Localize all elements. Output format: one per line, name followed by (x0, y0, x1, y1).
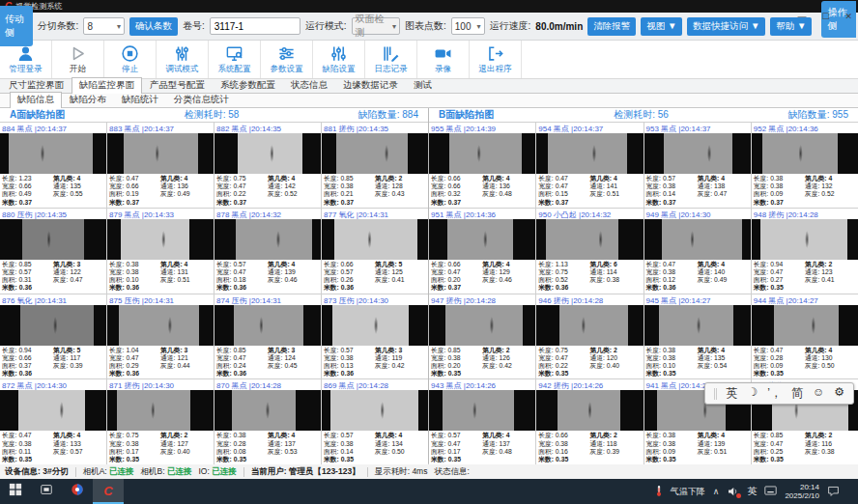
ime-item-2[interactable]: ’， (767, 385, 782, 402)
defect-cell[interactable]: 944 黑点 |20:14:27 长度: 0.47 宽度: 0.28 面积: 0… (752, 294, 858, 379)
defect-thumbnail[interactable] (107, 305, 214, 346)
tray-expand-chevron-icon[interactable]: ∧ (713, 487, 720, 496)
sub-tab-3[interactable]: 分类信息统计 (166, 92, 237, 107)
defect-cell[interactable]: 884 黑点 |20:14:37 长度: 1.23 宽度: 0.66 面积: 0… (0, 123, 106, 208)
slit-count-select[interactable]: 8 (83, 17, 125, 35)
defect-cell[interactable]: 879 黑点 |20:14:33 长度: 0.38 宽度: 0.38 面积: 0… (107, 209, 214, 294)
defect-thumbnail[interactable] (752, 219, 858, 260)
defect-cell[interactable]: 948 搓伤 |20:14:28 长度: 0.94 宽度: 0.47 面积: 0… (752, 209, 858, 294)
sub-tab-2[interactable]: 缺陷统计 (114, 92, 166, 107)
defect-thumbnail[interactable] (214, 133, 321, 174)
defect-thumbnail[interactable] (0, 305, 106, 346)
defect-cell[interactable]: 874 压伤 |20:14:31 长度: 0.85 宽度: 0.47 面积: 0… (214, 294, 321, 379)
defect-cell[interactable]: 875 压伤 |20:14:31 长度: 1.04 宽度: 0.47 面积: 0… (107, 294, 214, 379)
defect-settings-button[interactable]: 缺陷设置 (313, 41, 365, 78)
defect-thumbnail[interactable] (429, 305, 535, 346)
defect-thumbnail[interactable] (644, 305, 751, 346)
defect-cell[interactable]: 871 搓伤 |20:14:30 长度: 0.75 宽度: 0.38 面积: 0… (107, 379, 214, 464)
sub-tab-1[interactable]: 缺陷分布 (62, 92, 114, 107)
defect-cell[interactable]: 870 黑点 |20:14:28 长度: 0.38 宽度: 0.28 面积: 0… (214, 379, 321, 464)
main-tab-2[interactable]: 产品型号配置 (142, 77, 213, 93)
log-record-button[interactable]: 日志记录 (365, 41, 417, 78)
defect-thumbnail[interactable] (536, 305, 643, 346)
defect-cell[interactable]: 954 黑点 |20:14:37 长度: 0.47 宽度: 0.47 面积: 0… (536, 123, 643, 208)
defect-cell[interactable]: 943 黑点 |20:14:26 长度: 0.57 宽度: 0.47 面积: 0… (429, 379, 535, 464)
defect-thumbnail[interactable] (214, 390, 321, 431)
defect-thumbnail[interactable] (322, 219, 428, 260)
confirm-count-button[interactable]: 确认条数 (129, 17, 178, 36)
main-tab-4[interactable]: 状态信息 (283, 77, 335, 93)
defect-thumbnail[interactable] (536, 219, 643, 260)
defect-thumbnail[interactable] (429, 133, 535, 174)
taskbar-clock[interactable]: 20:14 2025/2/10 (785, 483, 819, 500)
debug-mode-button[interactable]: 调试模式 (157, 41, 209, 78)
task-view-button[interactable] (31, 479, 62, 504)
drive-side-button[interactable]: 传动侧 (0, 6, 33, 46)
ime-language-indicator[interactable]: 英 (747, 485, 757, 498)
defect-thumbnail[interactable] (107, 219, 214, 260)
defect-cell[interactable]: 882 黑点 |20:14:35 长度: 0.75 宽度: 0.47 面积: 0… (214, 123, 321, 208)
start-button[interactable] (0, 479, 31, 504)
defect-cell[interactable]: 883 黑点 |20:14:37 长度: 0.47 宽度: 0.66 面积: 0… (107, 123, 214, 208)
defect-cell[interactable]: 881 搓伤 |20:14:35 长度: 0.85 宽度: 0.38 面积: 0… (322, 123, 428, 208)
defect-cell[interactable]: 947 搓伤 |20:14:28 长度: 0.85 宽度: 0.38 面积: 0… (429, 294, 535, 379)
defect-thumbnail[interactable] (752, 133, 858, 174)
defect-thumbnail[interactable] (536, 390, 643, 431)
ime-drag-handle[interactable] (714, 388, 717, 400)
main-tab-3[interactable]: 系统参数配置 (213, 77, 283, 93)
defect-thumbnail[interactable] (107, 390, 214, 431)
defect-thumbnail[interactable] (644, 133, 751, 174)
notification-center-icon[interactable] (827, 485, 840, 499)
main-tab-0[interactable]: 尺寸监控界面 (1, 77, 72, 93)
view-menu-button[interactable]: 视图 ▼ (641, 17, 682, 36)
volume-icon[interactable] (727, 486, 739, 497)
defect-cell[interactable]: 880 压伤 |20:14:35 长度: 0.85 宽度: 0.57 面积: 0… (0, 209, 106, 294)
defect-cell[interactable]: 942 搓伤 |20:14:26 长度: 0.66 宽度: 0.38 面积: 0… (536, 379, 643, 464)
defect-thumbnail[interactable] (214, 219, 321, 260)
exit-program-button[interactable]: 退出程序 (470, 41, 522, 78)
defect-thumbnail[interactable] (0, 390, 106, 431)
defect-cell[interactable]: 877 氧化 |20:14:31 长度: 0.66 宽度: 0.57 面积: 0… (322, 209, 428, 294)
minimize-button[interactable]: — (797, 13, 806, 21)
stop-button[interactable]: 停止 (104, 41, 157, 78)
param-settings-button[interactable]: 参数设置 (261, 41, 313, 78)
defect-thumbnail[interactable] (322, 133, 428, 174)
defect-thumbnail[interactable] (644, 219, 751, 260)
clear-alarm-button[interactable]: 清除报警 (587, 17, 636, 36)
keyboard-icon[interactable] (764, 486, 777, 497)
maximize-button[interactable]: ☐ (821, 13, 829, 21)
chart-points-select[interactable]: 100 (451, 17, 485, 35)
defect-cell[interactable]: 872 黑点 |20:14:30 长度: 0.47 宽度: 0.38 面积: 0… (0, 379, 106, 464)
defect-thumbnail[interactable] (214, 305, 321, 346)
defect-cell[interactable]: 952 黑点 |20:14:36 长度: 0.38 宽度: 0.38 面积: 0… (752, 123, 858, 208)
defect-cell[interactable]: 951 黑点 |20:14:36 长度: 0.66 宽度: 0.47 面积: 0… (429, 209, 535, 294)
weather-text[interactable]: 气温下降 (671, 486, 705, 498)
defect-cell[interactable]: 873 压伤 |20:14:30 长度: 0.57 宽度: 0.38 面积: 0… (322, 294, 428, 379)
defect-cell[interactable]: 950 小凸起 |20:14:32 长度: 1.13 宽度: 0.75 面积: … (536, 209, 643, 294)
pinned-app-button[interactable] (62, 479, 93, 504)
start-button[interactable]: 开始 (52, 41, 104, 78)
defect-thumbnail[interactable] (0, 133, 106, 174)
ime-item-0[interactable]: 英 (727, 385, 738, 402)
defect-cell[interactable]: 953 黑点 |20:14:37 长度: 0.57 宽度: 0.38 面积: 0… (644, 123, 751, 208)
ime-item-5[interactable]: ⚙ (834, 385, 844, 402)
defect-thumbnail[interactable] (107, 133, 214, 174)
ime-toolbar[interactable]: 英☽’，简☺⚙ (704, 382, 854, 405)
main-tab-6[interactable]: 测试 (406, 77, 440, 93)
roll-number-input[interactable] (210, 17, 300, 35)
run-mode-select[interactable]: 双面检测 (352, 17, 400, 35)
main-tab-5[interactable]: 边缘数据记录 (335, 77, 406, 93)
defect-cell[interactable]: 949 黑点 |20:14:30 长度: 0.47 宽度: 0.38 面积: 0… (644, 209, 751, 294)
sub-tab-0[interactable]: 缺陷信息 (10, 92, 62, 108)
defect-cell[interactable]: 878 黑点 |20:14:32 长度: 0.57 宽度: 0.47 面积: 0… (214, 209, 321, 294)
defect-thumbnail[interactable] (752, 305, 858, 346)
defect-cell[interactable]: 955 黑点 |20:14:39 长度: 0.66 宽度: 0.66 面积: 0… (429, 123, 535, 208)
ime-item-1[interactable]: ☽ (748, 385, 758, 402)
defect-thumbnail[interactable] (322, 305, 428, 346)
ime-item-4[interactable]: ☺ (813, 385, 824, 402)
defect-thumbnail[interactable] (322, 390, 428, 431)
data-quick-access-menu-button[interactable]: 数据快捷访问 ▼ (687, 17, 765, 36)
defect-cell[interactable]: 876 氧化 |20:14:31 长度: 0.94 宽度: 0.66 面积: 0… (0, 294, 106, 379)
defect-cell[interactable]: 869 黑点 |20:14:28 长度: 0.57 宽度: 0.38 面积: 0… (322, 379, 428, 464)
main-tab-1[interactable]: 缺陷监控界面 (72, 77, 142, 94)
